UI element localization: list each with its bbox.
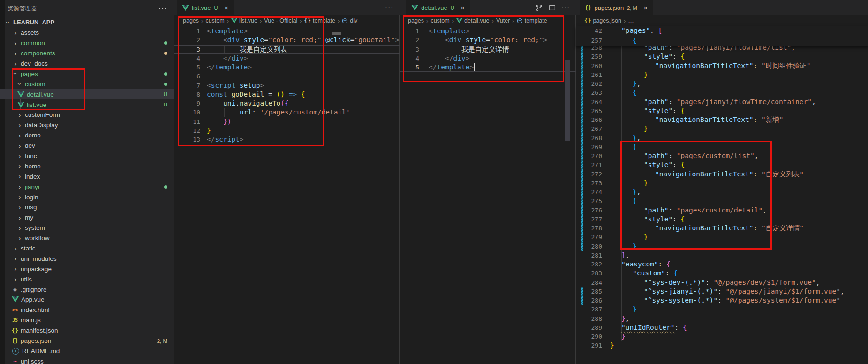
code-line-268[interactable]: 268},: [576, 134, 868, 143]
code-line-1[interactable]: 1<template>: [174, 27, 400, 36]
code-line-261[interactable]: 261}: [576, 70, 868, 79]
breadcrumb-item[interactable]: {}template: [304, 17, 335, 24]
tree-item-dataDisplay[interactable]: ›dataDisplay: [0, 120, 174, 130]
tree-item-func[interactable]: ›func: [0, 151, 174, 161]
code-line-12[interactable]: 12}: [174, 126, 400, 135]
code-line-283[interactable]: 283"custom": {: [576, 269, 868, 278]
split-action[interactable]: [549, 4, 556, 11]
tab-detail.vue[interactable]: detail.vueU×: [406, 0, 470, 15]
breadcrumb-item[interactable]: Vue - Official: [264, 17, 297, 24]
tree-item-detail.vue[interactable]: detail.vueU: [0, 89, 174, 99]
tree-item-dev[interactable]: ›dev: [0, 141, 174, 151]
code-line-274[interactable]: 274},: [576, 188, 868, 197]
code-line-285[interactable]: 285"^sys-jianyi-(.*)": "@/pages/jianyi/$…: [576, 287, 868, 296]
code-line-4[interactable]: 4</div>: [400, 54, 576, 63]
code-line-262[interactable]: 262},: [576, 79, 868, 88]
close-icon[interactable]: ×: [461, 4, 465, 12]
code-line-269[interactable]: 269{: [576, 143, 868, 152]
code-line-2[interactable]: 2<div style="color: red;">: [400, 36, 576, 45]
breadcrumb-item[interactable]: detail.vue: [456, 17, 490, 24]
tree-item-uni.scss[interactable]: ~uni.scss: [0, 356, 174, 364]
tab-list.vue[interactable]: list.vueU×: [177, 0, 234, 15]
breadcrumb-item[interactable]: Vuter: [496, 17, 510, 24]
breadcrumb-item[interactable]: list.vue: [231, 17, 257, 24]
scrollbar-thumb[interactable]: [565, 60, 570, 141]
breadcrumb-item[interactable]: {}pages.json: [584, 17, 621, 24]
tree-item-my[interactable]: ›my: [0, 212, 174, 223]
breadcrumb-item[interactable]: custom: [205, 17, 224, 24]
code-line-290[interactable]: 290}: [576, 332, 868, 341]
code-line-284[interactable]: 284"^sys-dev-(.*)": "@/pages/dev/$1/form…: [576, 278, 868, 287]
tree-item-system[interactable]: ›system: [0, 223, 174, 233]
more-action[interactable]: ···: [562, 4, 571, 12]
code-line-267[interactable]: 267}: [576, 124, 868, 133]
tree-item-workflow[interactable]: ›workflow: [0, 233, 174, 243]
code-line-272[interactable]: 272"navigationBarTitleText": "自定义列表": [576, 170, 868, 179]
code-line-277[interactable]: 277"style": {: [576, 215, 868, 224]
code-line-5[interactable]: 5</template>: [174, 63, 400, 72]
code-line-6[interactable]: 6: [174, 72, 400, 81]
tree-item-App.vue[interactable]: App.vue: [0, 295, 174, 305]
tree-item-unpackage[interactable]: ›unpackage: [0, 264, 174, 274]
tree-item-login[interactable]: ›login: [0, 192, 174, 202]
code-line-265[interactable]: 265"style": {: [576, 106, 868, 115]
code-line-282[interactable]: 282"easycom": {: [576, 260, 868, 269]
code-line-278[interactable]: 278"navigationBarTitleText": "自定义详情": [576, 224, 868, 233]
breadcrumb-item[interactable]: pages: [408, 17, 424, 24]
compare-action[interactable]: [536, 4, 543, 11]
code-line-259[interactable]: 259"style": {: [576, 52, 868, 61]
code-line-9[interactable]: 9uni.navigateTo({: [174, 99, 400, 108]
close-icon[interactable]: ×: [224, 4, 228, 12]
tree-item-main.js[interactable]: JSmain.js: [0, 315, 174, 326]
breadcrumb-item[interactable]: …: [628, 17, 634, 24]
breadcrumb-item[interactable]: template: [517, 17, 547, 24]
code-area-list-vue[interactable]: 1<template>2<div style="color: red;" @cl…: [174, 27, 400, 144]
code-line-263[interactable]: 263{: [576, 88, 868, 97]
code-line-286[interactable]: 286"^sys-system-(.*)": "@/pages/system/$…: [576, 296, 868, 305]
breadcrumb-item[interactable]: div: [342, 17, 357, 24]
code-line-288[interactable]: 288},: [576, 314, 868, 323]
code-line-264[interactable]: 264"path": "pages/jianyi/flowTime/contai…: [576, 98, 868, 106]
code-line-266[interactable]: 266"navigationBarTitleText": "新增": [576, 115, 868, 124]
code-line-3[interactable]: 3我是自定义列表: [174, 45, 400, 54]
code-area-detail-vue[interactable]: 1<template>2<div style="color: red;">3我是…: [400, 27, 576, 72]
tree-item-demo[interactable]: ›demo: [0, 130, 174, 141]
close-icon[interactable]: ×: [644, 4, 648, 12]
tree-item-dev_docs[interactable]: ›dev_docs: [0, 59, 174, 69]
code-line-13[interactable]: 13</script>: [174, 135, 400, 144]
code-line-1[interactable]: 1<template>: [400, 27, 576, 36]
code-line-279[interactable]: 279}: [576, 233, 868, 242]
more-actions-icon[interactable]: ···: [159, 5, 168, 12]
code-line-270[interactable]: 270"path": "pages/custom/list",: [576, 152, 868, 160]
tree-item-pages.json[interactable]: {}pages.json2, M: [0, 336, 174, 346]
tree-item-README.md[interactable]: iREADME.md: [0, 346, 174, 356]
tree-item-components[interactable]: ›components: [0, 48, 174, 59]
code-line-11[interactable]: 11}): [174, 117, 400, 126]
tree-item-assets[interactable]: ›assets: [0, 28, 174, 38]
tree-item-LEARUN_APP[interactable]: ›LEARUN_APP: [0, 17, 174, 28]
code-line-3[interactable]: 3我是自定义详情: [400, 45, 576, 54]
code-line-7[interactable]: 7<script setup>: [174, 81, 400, 90]
code-line-287[interactable]: 287}: [576, 305, 868, 314]
tree-item-.gitignore[interactable]: ◆.gitignore: [0, 284, 174, 295]
tree-item-jianyi[interactable]: ›jianyi: [0, 182, 174, 192]
code-line-291[interactable]: 291}: [576, 341, 868, 350]
code-line-276[interactable]: 276"path": "pages/custom/detail",: [576, 206, 868, 215]
tab-pages.json[interactable]: {}pages.json2, M×: [580, 0, 653, 15]
tree-item-msg[interactable]: ›msg: [0, 202, 174, 212]
code-line-275[interactable]: 275{: [576, 197, 868, 205]
code-line-281[interactable]: 281],: [576, 251, 868, 260]
tree-item-common[interactable]: ›common: [0, 38, 174, 48]
code-line-280[interactable]: 280}: [576, 242, 868, 251]
tree-item-home[interactable]: ›home: [0, 161, 174, 171]
tree-item-manifest.json[interactable]: {}manifest.json: [0, 326, 174, 336]
more-action[interactable]: ···: [385, 4, 394, 12]
tree-item-custom[interactable]: ›custom: [0, 79, 174, 89]
tree-item-static[interactable]: ›static: [0, 243, 174, 254]
code-line-10[interactable]: 10url: '/pages/custom/detail': [174, 108, 400, 117]
code-line-257[interactable]: 257{: [576, 36, 868, 46]
code-line-8[interactable]: 8const goDetail = () => {: [174, 90, 400, 99]
tree-item-customForm[interactable]: ›customForm: [0, 110, 174, 120]
tree-item-pages[interactable]: ›pages: [0, 68, 174, 79]
code-line-273[interactable]: 273}: [576, 179, 868, 188]
